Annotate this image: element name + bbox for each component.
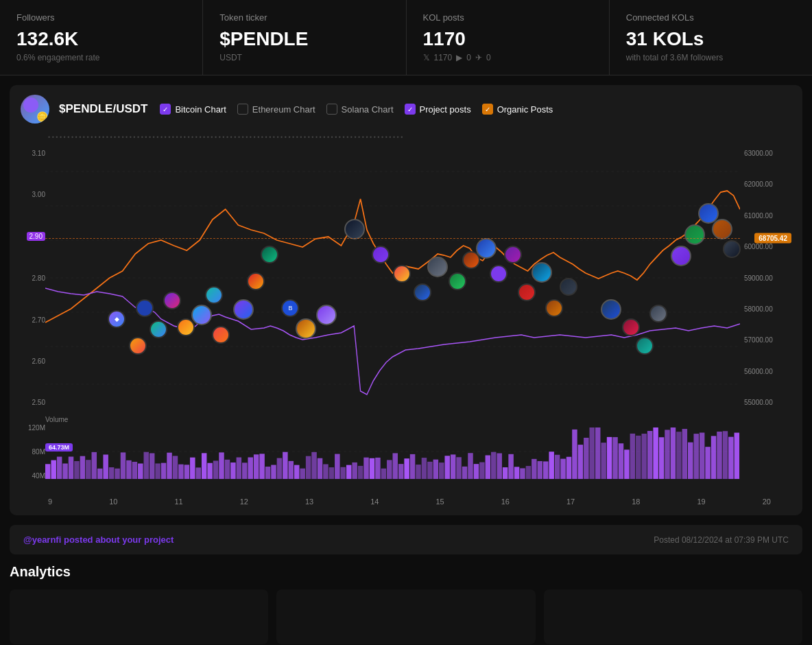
svg-rect-125 (723, 431, 728, 479)
kol-posts-value: 1170 (423, 28, 593, 50)
svg-rect-117 (676, 432, 682, 479)
price-chart-svg (45, 144, 740, 412)
svg-rect-78 (451, 454, 456, 479)
svg-rect-95 (549, 452, 554, 479)
svg-rect-33 (190, 458, 195, 479)
svg-rect-23 (132, 462, 138, 479)
token-pair-title: $PENDLE/USDT (59, 102, 147, 116)
svg-rect-47 (271, 465, 276, 479)
bitcoin-chart-label: Bitcoin Chart (175, 104, 226, 115)
followers-value: 132.6K (16, 28, 186, 50)
x-axis-labels: 9 10 11 12 13 14 15 16 17 18 19 20 (21, 493, 791, 506)
volume-title: Volume (45, 416, 68, 423)
connected-kols-sub: with total of 3.6M followers (626, 53, 796, 62)
svg-rect-89 (514, 467, 520, 479)
svg-rect-127 (735, 433, 740, 479)
project-posts-checkbox[interactable]: ✓ (405, 104, 416, 115)
svg-rect-107 (619, 443, 624, 479)
token-card: Token ticker $PENDLE USDT (203, 0, 406, 75)
price-label-250: 2.50 (32, 399, 45, 406)
svg-rect-91 (526, 466, 532, 479)
svg-rect-68 (393, 453, 398, 479)
svg-rect-32 (184, 465, 190, 479)
x-label-18: 18 (632, 497, 640, 506)
svg-rect-100 (578, 445, 584, 479)
btc-price-59000: 59000.00 (744, 274, 791, 282)
organic-posts-checkbox[interactable]: ✓ (482, 104, 493, 115)
svg-rect-99 (572, 430, 577, 479)
svg-rect-86 (497, 454, 502, 479)
chart-header: $PENDLE/USDT ✓ Bitcoin Chart Ethereum Ch… (21, 95, 791, 124)
svg-rect-76 (439, 462, 444, 479)
svg-rect-28 (161, 463, 167, 479)
svg-rect-24 (138, 463, 143, 479)
svg-rect-88 (508, 454, 514, 479)
svg-rect-27 (155, 463, 160, 479)
notification-text: @yearnfi posted about your project (23, 535, 174, 545)
kol-yt-count: 0 (466, 53, 471, 62)
svg-rect-56 (323, 465, 329, 479)
svg-rect-79 (456, 457, 462, 479)
svg-rect-80 (462, 467, 468, 479)
svg-rect-36 (207, 463, 213, 479)
organic-posts-toggle[interactable]: ✓ Organic Posts (482, 104, 553, 115)
svg-rect-8 (45, 464, 51, 479)
svg-rect-52 (300, 469, 305, 479)
price-label-310: 3.10 (32, 150, 45, 157)
svg-rect-55 (318, 458, 323, 479)
solana-checkbox[interactable] (326, 104, 337, 115)
ethereum-checkbox[interactable] (237, 104, 248, 115)
x-label-10: 10 (109, 497, 117, 506)
followers-sub: 0.6% engagement rate (16, 53, 186, 62)
project-posts-toggle[interactable]: ✓ Project posts (405, 104, 471, 115)
svg-rect-21 (121, 452, 126, 479)
current-price-line (45, 238, 740, 239)
svg-rect-72 (416, 465, 421, 479)
svg-rect-64 (370, 458, 375, 479)
svg-rect-109 (630, 434, 636, 479)
svg-rect-11 (62, 463, 68, 479)
ethereum-chart-toggle[interactable]: Ethereum Chart (237, 104, 315, 115)
svg-rect-65 (375, 458, 381, 479)
svg-rect-119 (688, 443, 693, 479)
volume-bars-container: Volume 64.73M // Generated via JS below (45, 414, 740, 493)
svg-rect-98 (566, 457, 572, 479)
project-posts-label: Project posts (420, 104, 471, 115)
current-vol-badge: 64.73M (45, 443, 73, 452)
x-label-14: 14 (370, 497, 379, 506)
svg-rect-104 (601, 443, 606, 479)
bitcoin-chart-toggle[interactable]: ✓ Bitcoin Chart (160, 104, 226, 115)
svg-rect-53 (306, 456, 311, 479)
notification-username: @yearnfi (23, 535, 61, 545)
solana-chart-toggle[interactable]: Solana Chart (326, 104, 394, 115)
svg-rect-60 (346, 465, 352, 479)
notification-suffix: posted about your project (64, 535, 174, 545)
svg-rect-103 (595, 427, 601, 479)
kol-x-count: 1170 (434, 53, 453, 62)
svg-rect-31 (178, 465, 184, 479)
analytics-card-2 (276, 589, 535, 644)
svg-rect-62 (358, 466, 363, 479)
main-chart-container: 3.10 3.00 2.90 2.80 2.70 2.60 2.50 (21, 144, 791, 412)
btc-price-55000: 55000.00 (744, 399, 791, 406)
svg-rect-70 (404, 458, 409, 479)
svg-rect-20 (115, 469, 120, 479)
svg-rect-25 (144, 452, 150, 479)
x-label-12: 12 (240, 497, 248, 506)
x-label-20: 20 (763, 497, 771, 506)
bitcoin-checkbox[interactable]: ✓ (160, 104, 171, 115)
svg-rect-18 (103, 455, 108, 479)
svg-rect-84 (486, 455, 491, 479)
svg-rect-41 (237, 458, 242, 479)
x-icon: 𝕏 (423, 53, 430, 62)
svg-rect-43 (248, 457, 253, 479)
svg-rect-69 (398, 464, 404, 479)
connected-kols-card: Connected KOLs 31 KOLs with total of 3.6… (610, 0, 812, 75)
svg-rect-51 (294, 465, 300, 479)
svg-rect-57 (329, 467, 335, 479)
svg-rect-74 (427, 462, 433, 479)
price-label-300: 3.00 (32, 191, 45, 198)
svg-rect-38 (219, 452, 224, 479)
svg-rect-58 (335, 454, 340, 479)
svg-rect-97 (560, 459, 566, 479)
